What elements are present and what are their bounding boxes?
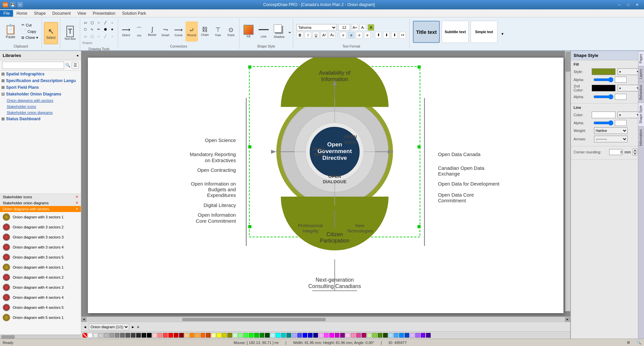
valign-bot-button[interactable]: ⬇ xyxy=(391,32,398,39)
align-left-button[interactable]: ≡ xyxy=(340,32,346,39)
vscroll-thumb[interactable] xyxy=(566,52,570,72)
color-swatch[interactable] xyxy=(211,333,216,338)
color-swatch[interactable] xyxy=(120,333,125,338)
corner-rounding-stepper[interactable]: ▲ ▼ xyxy=(633,148,637,156)
color-swatch[interactable] xyxy=(131,333,136,338)
close-tab-1[interactable]: ✕ xyxy=(75,195,78,199)
menu-file[interactable]: File xyxy=(0,10,13,17)
close-tab-3[interactable]: ✕ xyxy=(75,207,78,211)
connector-curve[interactable]: ⟿ Curve xyxy=(172,21,184,42)
color-swatch[interactable] xyxy=(276,333,280,338)
color-swatch[interactable] xyxy=(206,333,211,338)
copy-button[interactable]: 📄 Copy xyxy=(20,28,40,34)
bold-button[interactable]: B xyxy=(297,32,303,39)
line-alpha-slider[interactable] xyxy=(593,120,613,126)
color-swatch[interactable] xyxy=(329,333,334,338)
color-swatch[interactable] xyxy=(308,333,313,338)
underline-button[interactable]: U xyxy=(313,32,319,39)
zoom-fit-icon[interactable]: ⊞ xyxy=(627,340,630,345)
color-swatch[interactable] xyxy=(233,333,237,338)
lib-stakeholder[interactable]: ⊟ Stakeholder Onion Diagrams xyxy=(0,91,81,97)
paste-button[interactable]: 📋 Paste xyxy=(2,20,19,43)
connector-point[interactable]: ⊙ Point xyxy=(225,21,237,42)
diagram-item-4[interactable]: Onion diagram with 3 sectors 4 xyxy=(0,242,81,252)
color-swatch[interactable] xyxy=(222,333,227,338)
vtab-pages[interactable]: Pages xyxy=(638,51,644,66)
color-swatch[interactable] xyxy=(356,333,361,338)
hscroll-right[interactable]: ► xyxy=(565,317,570,322)
corner-rounding-input[interactable] xyxy=(609,149,623,155)
color-swatch[interactable] xyxy=(324,333,329,338)
valign-mid-button[interactable]: ⬇ xyxy=(383,32,390,39)
add-page[interactable]: + xyxy=(137,324,140,330)
nav-prev[interactable]: ◄ xyxy=(83,325,87,329)
second-alpha-slider[interactable] xyxy=(593,94,613,99)
color-swatch[interactable] xyxy=(415,333,420,338)
color-swatch[interactable] xyxy=(335,333,339,338)
italic-button[interactable]: I xyxy=(305,32,311,39)
hscroll-track[interactable] xyxy=(87,318,565,322)
vtab-shape-style[interactable]: Shape Style xyxy=(638,102,644,126)
menu-shape[interactable]: Shape xyxy=(31,10,49,17)
line-button[interactable]: Line xyxy=(257,21,271,42)
ellipse-tool[interactable]: ○ xyxy=(96,19,102,25)
lib-spatial[interactable]: ⊞ Spatial Infographics xyxy=(0,71,81,77)
font-size-input[interactable] xyxy=(338,24,350,31)
canvas-vscrollbar[interactable] xyxy=(565,51,570,311)
align-right-button[interactable]: ≡ xyxy=(356,32,363,39)
vtab-behaviour[interactable]: Behaviour xyxy=(638,82,644,102)
tab-onion-sectors[interactable]: Onion diagrams with sectors ✕ xyxy=(0,206,81,212)
title-text-button[interactable]: Title text xyxy=(413,21,440,43)
diagram-item-8[interactable]: Onion diagram with 4 sectors 3 xyxy=(0,282,81,292)
poly-tool[interactable]: ⬡ xyxy=(82,26,88,32)
fill-button[interactable]: Fill xyxy=(241,21,256,42)
color-swatch[interactable] xyxy=(426,333,431,338)
fill-alpha-value[interactable] xyxy=(615,77,627,83)
align-center-button[interactable]: ≡ xyxy=(348,32,355,39)
lib-sub-stakeholder-icons[interactable]: Stakeholder icons xyxy=(0,103,81,110)
quick-access-save[interactable]: 💾 xyxy=(10,2,15,7)
shape-tool[interactable]: ⬟ xyxy=(102,26,108,32)
fill-color-picker[interactable] xyxy=(592,68,615,75)
line-color-picker[interactable] xyxy=(592,112,615,118)
color-swatch[interactable] xyxy=(260,333,264,338)
second-alpha-value[interactable] xyxy=(615,94,627,100)
diagram-item-5[interactable]: Onion diagram with 3 sectors 5 xyxy=(0,252,81,262)
library-hscroll[interactable] xyxy=(0,335,81,339)
color-swatch[interactable] xyxy=(147,333,152,338)
color-swatch[interactable] xyxy=(394,333,398,338)
color-swatch[interactable] xyxy=(190,333,195,338)
menu-view[interactable]: View xyxy=(74,10,90,17)
star-tool[interactable]: ★ xyxy=(109,26,115,32)
connector-chain[interactable]: ⛓ Chain xyxy=(199,21,211,42)
color-swatch[interactable] xyxy=(174,333,178,338)
color-swatch[interactable] xyxy=(249,333,254,338)
color-swatch[interactable] xyxy=(201,333,205,338)
arrow-tool[interactable]: → xyxy=(109,19,115,25)
color-swatch[interactable] xyxy=(152,333,157,338)
color-swatch[interactable] xyxy=(227,333,232,338)
hscroll-left[interactable]: ◄ xyxy=(81,317,87,322)
color-swatch[interactable] xyxy=(270,333,275,338)
color-swatch[interactable] xyxy=(168,333,173,338)
connector-tree[interactable]: ⊤ Tree xyxy=(212,21,224,42)
ribbon-more-button[interactable]: ▾ xyxy=(501,19,504,49)
color-swatch[interactable] xyxy=(136,333,141,338)
color-swatch[interactable] xyxy=(378,333,382,338)
vtab-layers[interactable]: Layers xyxy=(638,66,644,82)
color-swatch[interactable] xyxy=(388,333,393,338)
tab-stakeholder-icons[interactable]: Stakeholder icons ✕ xyxy=(0,194,81,200)
drawing-shapes-button[interactable]: Shapes xyxy=(82,40,92,46)
arrows-select[interactable]: ○───○ xyxy=(594,136,628,142)
color-swatch[interactable] xyxy=(292,333,297,338)
connector-bezier[interactable]: ∫ Bezier xyxy=(146,21,158,42)
diagram-item-1[interactable]: Onion diagram with 3 sectors 1 xyxy=(0,212,81,222)
libraries-collapse[interactable]: ◂ xyxy=(76,54,78,57)
diagram-item-3[interactable]: Onion diagram with 3 sectors 3 xyxy=(0,232,81,242)
valign-top-button[interactable]: ⬆ xyxy=(375,32,382,39)
color-swatch[interactable] xyxy=(281,333,286,338)
color-swatch[interactable] xyxy=(345,333,350,338)
cut-button[interactable]: ✂ Cut xyxy=(20,22,40,28)
color-swatch[interactable] xyxy=(109,333,114,338)
lib-sport[interactable]: ⊞ Sport Field Plans xyxy=(0,84,81,91)
